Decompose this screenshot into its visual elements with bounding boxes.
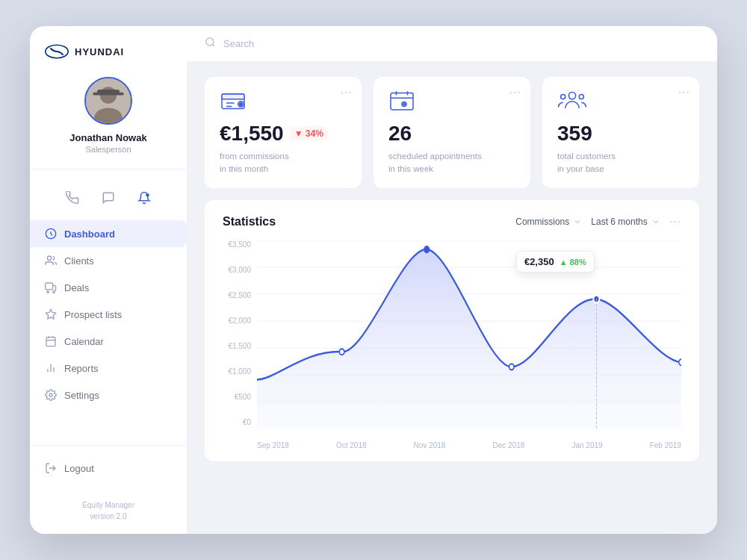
profile-role: Salesperson (85, 145, 131, 154)
avatar-svg (86, 77, 131, 125)
sidebar-item-logout[interactable]: Logout (45, 455, 172, 482)
svg-rect-30 (391, 93, 413, 111)
svg-point-50 (509, 364, 514, 370)
chart-x-labels: Sep 2018 Oct 2018 Nov 2018 Dec 2018 Jan … (257, 441, 681, 449)
sidebar-item-label-clients: Clients (64, 255, 94, 267)
svg-point-22 (206, 38, 214, 46)
stat-cards: ··· €1,550 ▼ 34% (205, 77, 699, 188)
chart-y-labels: €3,500 €3,000 €2,500 €2,000 €1,500 €1,00… (223, 240, 251, 427)
avatar-image (86, 78, 131, 123)
sidebar-item-label-deals: Deals (64, 282, 89, 293)
svg-point-8 (47, 256, 51, 260)
chart-tooltip: €2,350 ▲ 88% (516, 251, 595, 273)
card-menu-appointments[interactable]: ··· (509, 86, 521, 99)
message-icon[interactable] (98, 187, 119, 208)
sidebar-footer: Logout (30, 445, 187, 491)
appointments-value: 26 (388, 122, 515, 146)
sidebar-item-label-calendar: Calendar (64, 336, 104, 347)
sidebar-profile: Jonathan Nowak Salesperson (30, 77, 187, 169)
search-icon (205, 37, 216, 51)
chart-menu[interactable]: ··· (669, 215, 681, 228)
hyundai-logo-icon (45, 44, 69, 59)
sidebar-item-prospect[interactable]: Prospect lists (30, 301, 187, 328)
appointments-label: scheduled appointments in this week (388, 150, 515, 176)
sidebar-version: Equity Manager version 2.0 (30, 491, 187, 522)
brand-name: HYUNDAI (75, 46, 124, 57)
sidebar-item-clients[interactable]: Clients (30, 247, 187, 274)
chart-header: Statistics Commissions Last 6 months ··· (223, 215, 681, 228)
chart-area (257, 240, 681, 429)
phone-icon[interactable] (62, 187, 83, 208)
sidebar: HYUNDAI Jonathan Nowak Salesperson (30, 26, 187, 534)
commissions-icon (220, 90, 347, 114)
period-filter[interactable]: Last 6 months (591, 217, 660, 227)
logout-label: Logout (64, 463, 94, 474)
profile-name: Jonathan Nowak (69, 132, 146, 143)
chart-controls: Commissions Last 6 months ··· (515, 215, 681, 228)
deals-icon (45, 281, 57, 293)
sidebar-item-calendar[interactable]: Calendar (30, 328, 187, 355)
svg-point-52 (679, 359, 681, 365)
settings-icon (45, 389, 57, 401)
dashboard-icon (45, 228, 57, 240)
prospect-icon (45, 308, 57, 320)
svg-line-23 (212, 44, 214, 46)
svg-point-20 (49, 393, 52, 396)
calendar-nav-icon (45, 335, 57, 347)
sidebar-item-reports[interactable]: Reports (30, 355, 187, 382)
svg-point-38 (568, 92, 575, 99)
sidebar-item-dashboard[interactable]: Dashboard (30, 220, 187, 247)
search-input[interactable] (223, 38, 373, 49)
card-menu-commissions[interactable]: ··· (341, 86, 353, 99)
chart-wrapper: €3,500 €3,000 €2,500 €2,000 €1,500 €1,00… (223, 240, 681, 449)
main-content: ··· €1,550 ▼ 34% (187, 26, 717, 534)
sidebar-item-label-prospect: Prospect lists (64, 309, 122, 320)
sidebar-item-label-reports: Reports (64, 363, 99, 374)
sidebar-item-label-dashboard: Dashboard (64, 228, 115, 240)
svg-rect-5 (93, 93, 123, 96)
topbar (187, 26, 717, 62)
customers-value: 359 (557, 122, 684, 146)
chart-svg (257, 240, 681, 429)
tooltip-value: €2,350 (524, 256, 554, 267)
svg-point-40 (579, 95, 583, 99)
logout-icon (45, 462, 57, 474)
svg-marker-12 (46, 309, 55, 319)
stat-card-appointments: ··· 26 (374, 77, 530, 188)
svg-point-27 (240, 103, 243, 106)
stat-card-customers: ··· 359 (542, 77, 699, 188)
svg-rect-9 (46, 283, 53, 290)
sidebar-item-deals[interactable]: Deals (30, 274, 187, 301)
commissions-badge: ▼ 34% (290, 127, 328, 140)
sidebar-actions (30, 178, 187, 217)
sidebar-nav: Dashboard Clients Deals Prospect lists (30, 217, 187, 445)
notification-icon[interactable] (134, 187, 155, 208)
svg-point-39 (561, 95, 565, 99)
svg-rect-25 (222, 94, 244, 99)
commissions-value: €1,550 ▼ 34% (220, 122, 347, 146)
chart-title: Statistics (223, 215, 276, 228)
avatar (84, 77, 132, 125)
svg-rect-13 (46, 337, 55, 346)
svg-point-49 (424, 246, 429, 252)
stat-card-commissions: ··· €1,550 ▼ 34% (205, 77, 362, 188)
sidebar-logo: HYUNDAI (30, 44, 187, 59)
svg-point-10 (47, 291, 49, 293)
customers-label: total customers in your base (557, 150, 684, 176)
svg-point-11 (53, 291, 55, 293)
commissions-filter[interactable]: Commissions (515, 217, 582, 227)
sidebar-item-label-settings: Settings (64, 390, 99, 401)
svg-point-6 (146, 193, 149, 197)
svg-point-48 (339, 349, 344, 355)
card-menu-customers[interactable]: ··· (678, 86, 690, 99)
chart-section: Statistics Commissions Last 6 months ··· (205, 200, 699, 461)
appointments-icon (388, 90, 515, 114)
tooltip-badge: ▲ 88% (560, 258, 586, 267)
customers-icon (557, 90, 684, 114)
commissions-label: from commissions in this month (220, 150, 347, 176)
sidebar-item-settings[interactable]: Settings (30, 382, 187, 408)
app-container: HYUNDAI Jonathan Nowak Salesperson (30, 26, 717, 534)
clients-icon (45, 255, 57, 267)
reports-icon (45, 362, 57, 374)
content-area: ··· €1,550 ▼ 34% (187, 62, 717, 534)
